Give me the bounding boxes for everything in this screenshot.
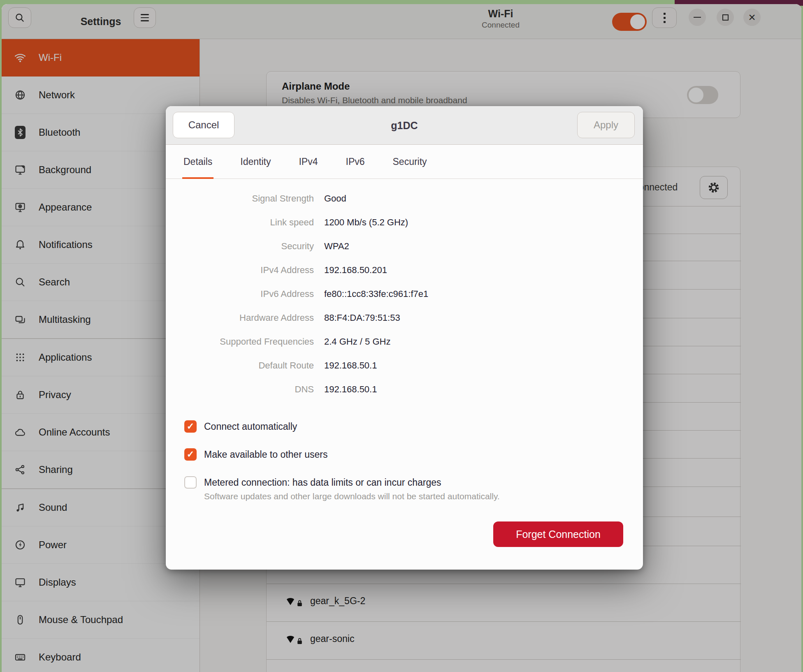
metered-connection-subtitle: Software updates and other large downloa… — [204, 491, 629, 501]
detail-value: 192.168.50.201 — [324, 263, 631, 287]
dialog-tabs: Details Identity IPv4 IPv6 Security — [166, 145, 643, 179]
checkbox-unchecked-icon[interactable] — [184, 476, 197, 489]
apply-button[interactable]: Apply — [577, 112, 635, 138]
detail-label: Hardware Address — [178, 311, 314, 335]
tab-ipv4[interactable]: IPv4 — [297, 145, 319, 179]
detail-value: fe80::1cc8:33fe:c961:f7e1 — [324, 287, 631, 311]
checkbox-label: Metered connection: has data limits or c… — [204, 477, 441, 488]
detail-label: Security — [178, 239, 314, 263]
detail-label: Default Route — [178, 359, 314, 382]
connect-automatically-row[interactable]: ✓ Connect automatically — [184, 412, 629, 440]
detail-value: 192.168.50.1 — [324, 382, 631, 406]
tab-security[interactable]: Security — [392, 145, 428, 179]
connection-details-dialog: g1DC Cancel Apply Details Identity IPv4 … — [166, 106, 643, 570]
tab-ipv6[interactable]: IPv6 — [345, 145, 366, 179]
detail-value: 1200 Mb/s (5.2 GHz) — [324, 216, 631, 239]
detail-label: IPv4 Address — [178, 263, 314, 287]
checkbox-checked-icon[interactable]: ✓ — [184, 420, 197, 433]
detail-label: Signal Strength — [178, 192, 314, 216]
detail-label: Supported Frequencies — [178, 335, 314, 359]
dialog-header: g1DC Cancel Apply — [166, 106, 643, 145]
connection-details-list: Signal Strength Good Link speed 1200 Mb/… — [178, 192, 631, 406]
detail-label: DNS — [178, 382, 314, 406]
detail-value: 88:F4:DA:79:51:53 — [324, 311, 631, 335]
detail-label: IPv6 Address — [178, 287, 314, 311]
metered-connection-row[interactable]: Metered connection: has data limits or c… — [184, 474, 629, 491]
dialog-title: g1DC — [166, 106, 643, 145]
detail-label: Link speed — [178, 216, 314, 239]
cancel-button[interactable]: Cancel — [173, 112, 234, 138]
checkbox-label: Connect automatically — [204, 421, 297, 432]
checkbox-checked-icon[interactable]: ✓ — [184, 448, 197, 461]
connection-options: ✓ Connect automatically ✓ Make available… — [184, 412, 629, 501]
tab-identity[interactable]: Identity — [239, 145, 272, 179]
tab-details[interactable]: Details — [182, 145, 214, 179]
checkbox-label: Make available to other users — [204, 449, 327, 460]
detail-value: Good — [324, 192, 631, 216]
forget-connection-button[interactable]: Forget Connection — [493, 521, 623, 547]
detail-value: 192.168.50.1 — [324, 359, 631, 382]
detail-value: WPA2 — [324, 239, 631, 263]
make-available-row[interactable]: ✓ Make available to other users — [184, 440, 629, 468]
detail-value: 2.4 GHz / 5 GHz — [324, 335, 631, 359]
